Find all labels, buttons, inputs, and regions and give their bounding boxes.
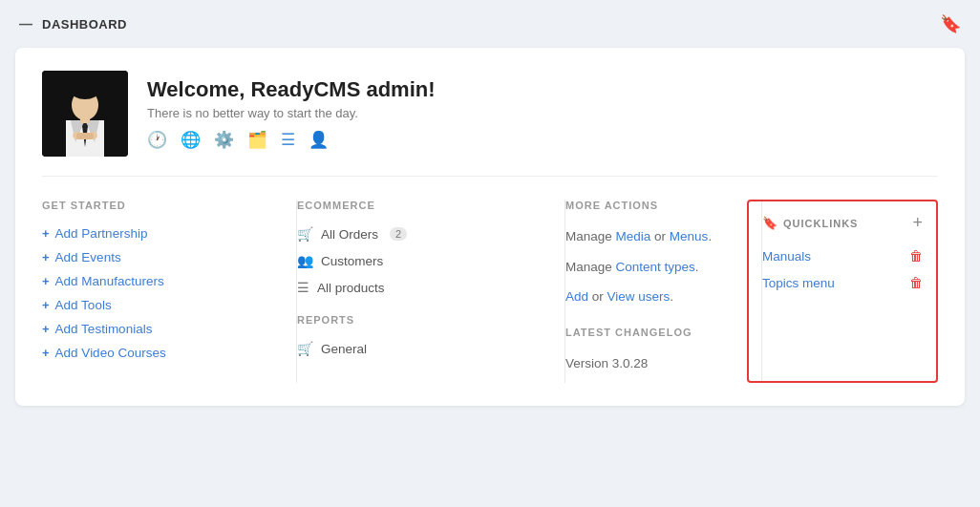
manage-content-line: Manage Content types.: [565, 257, 731, 278]
globe-icon[interactable]: 🌐: [181, 130, 201, 150]
link-label: Add Video Courses: [55, 346, 166, 360]
manage-media-line: Manage Media or Menus.: [565, 226, 731, 247]
list-item: 🛒 All Orders 2: [297, 226, 534, 242]
add-users-link[interactable]: Add: [565, 289, 588, 304]
welcome-text: Welcome, ReadyCMS admin! There is no bet…: [147, 77, 436, 150]
topbar-left: — DASHBOARD: [19, 16, 127, 32]
quicklinks-header: 🔖 QUICKLINKS +: [762, 213, 923, 233]
all-orders-link[interactable]: All Orders: [321, 227, 378, 242]
get-started-list: + Add Partnership + Add Events + Add Man…: [42, 226, 281, 360]
welcome-section: Welcome, ReadyCMS admin! There is no bet…: [42, 71, 938, 177]
quicklinks-add-button[interactable]: +: [912, 213, 923, 233]
add-manufacturers-link[interactable]: + Add Manufacturers: [42, 274, 281, 288]
add-video-courses-link[interactable]: + Add Video Courses: [42, 346, 281, 360]
plus-icon: +: [42, 274, 50, 288]
more-actions-title: MORE ACTIONS: [565, 200, 731, 211]
welcome-icons: 🕐 🌐 ⚙️ 🗂️ ☰ 👤: [147, 130, 436, 150]
link-label: Customers: [321, 254, 383, 268]
link-label: All Orders: [321, 227, 378, 242]
delete-topics-menu-button[interactable]: 🗑: [909, 275, 923, 290]
ecommerce-section: ECOMMERCE 🛒 All Orders 2 👥 Customers ☰: [282, 200, 549, 383]
list-item: + Add Events: [42, 250, 281, 264]
list-item: Topics menu 🗑: [762, 275, 923, 290]
add-view-users-line: Add or View users.: [565, 286, 731, 307]
version-text: Version 3.0.28: [565, 353, 731, 374]
changelog-title: LATEST CHANGELOG: [565, 327, 731, 338]
all-products-link[interactable]: All products: [317, 281, 385, 295]
list-item: + Add Video Courses: [42, 346, 281, 360]
manuals-link[interactable]: Manuals: [762, 249, 811, 264]
plus-icon: +: [42, 250, 50, 264]
get-started-title: GET STARTED: [42, 200, 281, 211]
reports-title: REPORTS: [297, 314, 534, 326]
svg-rect-10: [76, 133, 94, 139]
topbar: — DASHBOARD 🔖: [0, 0, 980, 48]
avatar: [42, 71, 128, 157]
reports-list: 🛒 General: [297, 341, 534, 356]
products-icon: ☰: [297, 280, 309, 295]
list-item: + Add Manufacturers: [42, 274, 281, 288]
ecommerce-title: ECOMMERCE: [297, 200, 534, 211]
report-cart-icon: 🛒: [297, 341, 313, 356]
list-item: 👥 Customers: [297, 253, 534, 268]
cart-icon: 🛒: [297, 226, 313, 242]
welcome-subtext: There is no better way to start the day.: [147, 106, 436, 120]
view-users-link[interactable]: View users: [607, 289, 671, 304]
menus-link[interactable]: Menus: [670, 229, 709, 243]
add-events-link[interactable]: + Add Events: [42, 250, 281, 264]
delete-manuals-button[interactable]: 🗑: [909, 248, 923, 264]
link-label: Add Partnership: [55, 226, 148, 241]
link-label: General: [321, 342, 367, 356]
plus-icon: +: [42, 346, 50, 360]
list-item: + Add Testimonials: [42, 322, 281, 336]
welcome-heading: Welcome, ReadyCMS admin!: [147, 77, 436, 102]
svg-point-7: [72, 84, 98, 99]
link-label: Add Events: [55, 250, 121, 264]
media-link[interactable]: Media: [616, 229, 651, 243]
bookmark-icon[interactable]: 🔖: [940, 13, 961, 34]
quicklinks-title-wrap: 🔖 QUICKLINKS: [762, 216, 858, 230]
customers-icon: 👥: [297, 253, 313, 268]
link-label: All products: [317, 281, 385, 295]
content-grid: GET STARTED + Add Partnership + Add Even…: [42, 200, 938, 383]
quicklinks-section: 🔖 QUICKLINKS + Manuals 🗑 Topics menu 🗑: [747, 200, 938, 383]
list-item: ☰ All products: [297, 280, 534, 295]
add-partnership-link[interactable]: + Add Partnership: [42, 226, 281, 241]
topics-menu-link[interactable]: Topics menu: [762, 276, 835, 290]
general-report-link[interactable]: General: [321, 342, 367, 356]
get-started-section: GET STARTED + Add Partnership + Add Even…: [42, 200, 281, 383]
dash-icon: —: [19, 16, 32, 32]
user-icon[interactable]: 👤: [309, 130, 329, 150]
list-item: Manuals 🗑: [762, 248, 923, 264]
list-item: 🛒 General: [297, 341, 534, 356]
page-title: DASHBOARD: [42, 17, 127, 32]
quicklinks-title: QUICKLINKS: [783, 218, 858, 229]
content-types-link[interactable]: Content types: [616, 260, 695, 274]
settings-icon[interactable]: ⚙️: [214, 130, 234, 150]
quicklinks-bookmark-icon: 🔖: [762, 216, 778, 230]
more-actions-section: MORE ACTIONS Manage Media or Menus. Mana…: [550, 200, 746, 383]
list-item: + Add Partnership: [42, 226, 281, 241]
quicklinks-list: Manuals 🗑 Topics menu 🗑: [762, 248, 923, 290]
link-label: Add Testimonials: [55, 322, 153, 336]
orders-badge: 2: [390, 227, 407, 241]
ecommerce-list: 🛒 All Orders 2 👥 Customers ☰ All product…: [297, 226, 534, 295]
plus-icon: +: [42, 226, 50, 241]
list-icon[interactable]: ☰: [281, 130, 295, 150]
plus-icon: +: [42, 322, 50, 336]
plus-icon: +: [42, 298, 50, 312]
add-tools-link[interactable]: + Add Tools: [42, 298, 281, 312]
link-label: Add Manufacturers: [55, 274, 164, 288]
list-item: + Add Tools: [42, 298, 281, 312]
main-card: Welcome, ReadyCMS admin! There is no bet…: [15, 48, 965, 406]
link-label: Add Tools: [55, 298, 112, 312]
media-icon[interactable]: 🗂️: [247, 130, 267, 150]
add-testimonials-link[interactable]: + Add Testimonials: [42, 322, 281, 336]
clock-icon[interactable]: 🕐: [147, 130, 167, 150]
customers-link[interactable]: Customers: [321, 254, 383, 268]
